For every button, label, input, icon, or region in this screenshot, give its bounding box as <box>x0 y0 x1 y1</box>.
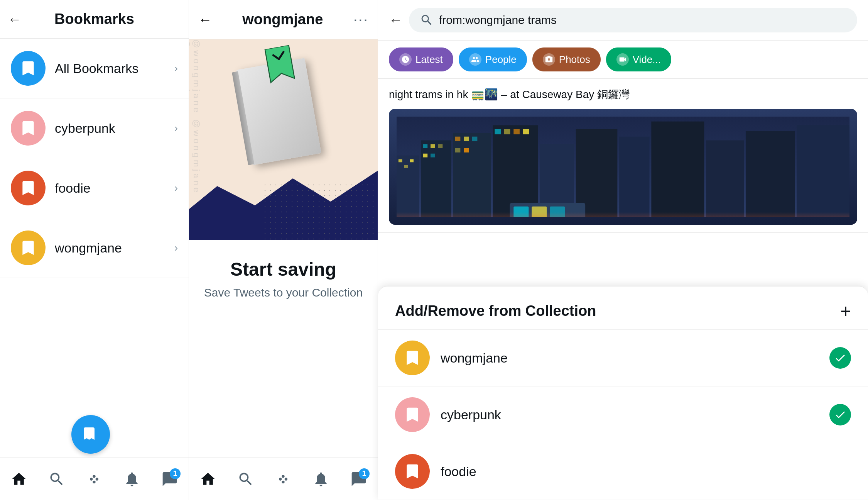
svg-rect-28 <box>504 129 510 134</box>
fab-button[interactable] <box>71 415 110 454</box>
bookmark-item-foodie[interactable]: foodie › <box>0 158 189 218</box>
nav-search-middle[interactable] <box>234 468 257 491</box>
collection-item-wongmjane[interactable]: wongmjane <box>378 330 868 386</box>
svg-rect-21 <box>455 137 461 141</box>
nav-spaces-left[interactable] <box>83 468 106 491</box>
bookmark-icon-all <box>11 51 46 86</box>
left-title: Bookmarks <box>54 11 134 27</box>
svg-rect-15 <box>423 144 427 148</box>
filter-tab-photos[interactable]: Photos <box>532 47 601 71</box>
messages-badge-middle: 1 <box>359 468 370 479</box>
svg-rect-24 <box>455 148 461 153</box>
chevron-icon-wongmjane: › <box>174 242 178 254</box>
book-spine <box>232 71 254 165</box>
right-panel: ← from:wongmjane trams Latest People Ph <box>378 0 868 500</box>
left-bottom-nav: 1 <box>0 458 189 500</box>
svg-rect-14 <box>421 141 451 217</box>
filter-tab-people-label: People <box>485 54 517 66</box>
svg-rect-11 <box>399 159 402 162</box>
collection-item-cyberpunk[interactable]: cyberpunk <box>378 386 868 443</box>
svg-rect-18 <box>423 154 427 158</box>
add-remove-title: Add/Remove from Collection <box>395 303 596 319</box>
collection-icon-foodie <box>395 454 430 489</box>
add-remove-plus-button[interactable]: + <box>840 300 851 322</box>
svg-point-5 <box>279 478 282 480</box>
filter-tabs: Latest People Photos Vide... <box>378 41 868 79</box>
chevron-icon-all: › <box>174 62 178 75</box>
middle-bottom-nav: 1 <box>189 458 378 500</box>
collection-icon-cyberpunk <box>395 397 430 432</box>
nav-notifications-middle[interactable] <box>309 468 333 491</box>
post-text: night trams in hk 🚃🌃 – at Causeway Bay 銅… <box>389 86 857 103</box>
search-query-text: from:wongmjane trams <box>439 14 557 27</box>
svg-rect-20 <box>453 133 491 217</box>
svg-rect-35 <box>706 141 744 217</box>
collection-name-wongmjane: wongmjane <box>441 351 829 366</box>
middle-back-button[interactable]: ← <box>198 12 212 28</box>
nav-messages-left[interactable]: 1 <box>158 468 181 491</box>
chevron-icon-cyberpunk: › <box>174 122 178 134</box>
book-illustration <box>236 57 331 176</box>
search-icon <box>420 13 434 27</box>
bookmark-item-all[interactable]: All Bookmarks › <box>0 39 189 98</box>
right-back-button[interactable]: ← <box>389 12 403 28</box>
nav-messages-middle[interactable]: 1 <box>347 468 370 491</box>
bookmark-label-cyberpunk: cyberpunk <box>55 121 174 136</box>
middle-header: ← wongmjane ··· <box>189 0 378 39</box>
collection-name-cyberpunk: cyberpunk <box>441 407 829 422</box>
collection-name-foodie: foodie <box>441 464 851 479</box>
middle-panel: ← wongmjane ··· <box>189 0 378 500</box>
nav-home-left[interactable] <box>7 468 30 491</box>
book-body <box>236 58 321 165</box>
svg-rect-27 <box>495 129 501 134</box>
filter-tab-videos-label: Vide... <box>633 54 661 66</box>
bookmark-label-wongmjane: wongmjane <box>55 241 174 256</box>
bookmark-icon-cyberpunk <box>11 111 46 146</box>
bookmark-item-cyberpunk[interactable]: cyberpunk › <box>0 98 189 158</box>
left-panel: ← Bookmarks All Bookmarks › cyberpunk › … <box>0 0 189 500</box>
bookmark-item-wongmjane[interactable]: wongmjane › <box>0 218 189 278</box>
left-back-button[interactable]: ← <box>8 11 22 27</box>
right-search-bar: ← from:wongmjane trams <box>378 0 868 41</box>
people-icon <box>469 53 481 66</box>
bookmark-label-all: All Bookmarks <box>55 61 174 76</box>
filter-tab-latest[interactable]: Latest <box>389 47 453 71</box>
add-remove-panel: Add/Remove from Collection + wongmjane c… <box>378 286 868 500</box>
chevron-icon-foodie: › <box>174 182 178 194</box>
video-icon <box>616 53 629 66</box>
svg-point-6 <box>282 475 285 478</box>
svg-rect-34 <box>651 122 704 217</box>
filter-tab-videos[interactable]: Vide... <box>606 47 671 71</box>
nav-spaces-middle[interactable] <box>272 468 295 491</box>
post-image-inner <box>389 109 857 225</box>
filter-tab-people[interactable]: People <box>459 47 527 71</box>
svg-rect-29 <box>513 129 520 134</box>
left-header: ← Bookmarks <box>0 0 189 39</box>
dot-pattern <box>262 182 378 240</box>
svg-rect-33 <box>619 137 649 217</box>
svg-rect-30 <box>523 129 529 134</box>
svg-rect-22 <box>464 137 469 141</box>
svg-rect-25 <box>464 148 469 153</box>
svg-rect-13 <box>410 159 414 162</box>
nav-notifications-left[interactable] <box>120 468 144 491</box>
middle-more-button[interactable]: ··· <box>353 11 368 28</box>
post-preview: night trams in hk 🚃🌃 – at Causeway Bay 銅… <box>378 79 868 233</box>
search-box[interactable]: from:wongmjane trams <box>409 8 857 32</box>
nav-search-left[interactable] <box>45 468 68 491</box>
add-remove-header: Add/Remove from Collection + <box>378 286 868 330</box>
check-icon-wongmjane <box>829 347 851 369</box>
collection-item-foodie[interactable]: foodie <box>378 443 868 500</box>
svg-rect-17 <box>438 144 443 148</box>
bookmark-label-foodie: foodie <box>55 181 174 196</box>
camera-icon <box>543 53 555 66</box>
filter-tab-latest-label: Latest <box>415 54 443 66</box>
collection-icon-wongmjane <box>395 341 430 375</box>
svg-rect-44 <box>397 212 849 217</box>
nav-home-middle[interactable] <box>196 468 220 491</box>
svg-rect-0 <box>24 61 32 63</box>
messages-badge-left: 1 <box>170 468 181 479</box>
check-icon-cyberpunk <box>829 404 851 425</box>
svg-point-8 <box>282 480 285 483</box>
middle-content: @wongmjane @wongmjane @wongmjane Start s… <box>189 39 378 500</box>
